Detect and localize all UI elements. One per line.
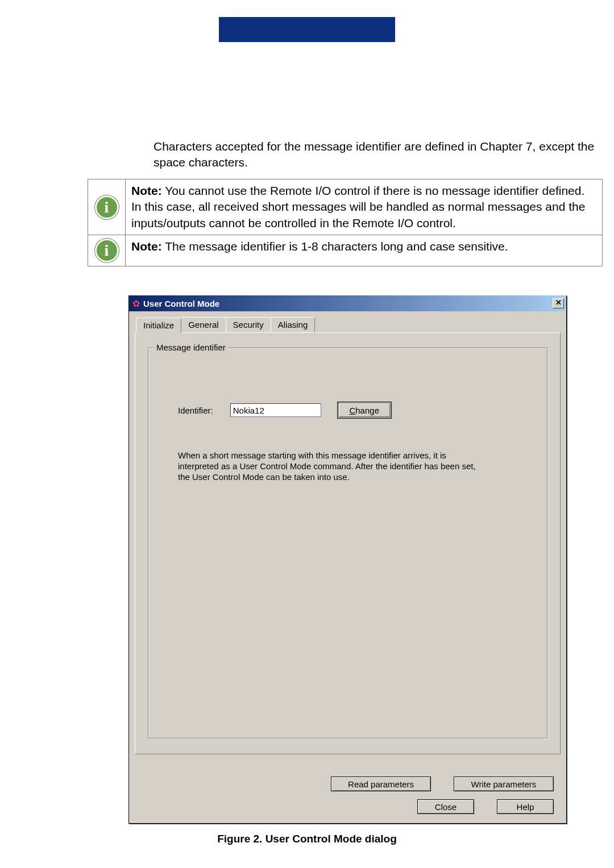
change-button[interactable]: Change (338, 403, 391, 418)
tab-strip: Initialize General Security Aliasing (136, 317, 561, 332)
tab-aliasing[interactable]: Aliasing (271, 317, 316, 332)
close-icon[interactable]: ✕ (553, 298, 564, 308)
groupbox-title: Message identifier (154, 343, 228, 352)
figure-caption: Figure 2. User Control Mode dialog (0, 833, 614, 845)
change-button-ul: C (349, 406, 355, 415)
change-button-rest: hange (355, 406, 379, 415)
identifier-input[interactable] (230, 403, 321, 417)
note-text-cell: Note: The message identifier is 1-8 char… (126, 235, 603, 266)
help-button[interactable]: Help (497, 799, 554, 814)
header-bar (219, 17, 395, 42)
dialog-body: Initialize General Security Aliasing Mes… (129, 311, 566, 823)
titlebar[interactable]: ✿ User Control Mode ✕ (129, 295, 566, 311)
message-identifier-group: Message identifier Identifier: Change Wh… (148, 348, 547, 738)
write-parameters-button[interactable]: Write parameters (454, 777, 554, 791)
notes-table: i Note: You cannot use the Remote I/O co… (88, 179, 603, 266)
note-icon-cell: i (88, 180, 126, 235)
tab-security[interactable]: Security (226, 317, 271, 332)
identifier-row: Identifier: Change (178, 403, 531, 418)
bottom-row-params: Read parameters Write parameters (331, 777, 554, 791)
note-row: i Note: You cannot use the Remote I/O co… (88, 180, 603, 235)
note-label: Note: (131, 184, 162, 197)
tab-initialize[interactable]: Initialize (136, 318, 181, 333)
tab-general[interactable]: General (181, 317, 226, 332)
note-text: The message identifier is 1-8 characters… (165, 240, 508, 253)
bottom-row-close: Close Help (417, 799, 554, 814)
identifier-label: Identifier: (178, 406, 213, 415)
user-control-mode-dialog: ✿ User Control Mode ✕ Initialize General… (128, 295, 567, 824)
note-text-cell: Note: You cannot use the Remote I/O cont… (126, 180, 603, 235)
read-parameters-button[interactable]: Read parameters (331, 777, 431, 791)
identifier-description: When a short message starting with this … (178, 450, 485, 482)
close-button[interactable]: Close (417, 799, 474, 814)
info-icon: i (95, 195, 119, 219)
dialog-title: User Control Mode (143, 299, 219, 308)
intro-paragraph: Characters accepted for the message iden… (154, 139, 603, 171)
tab-panel-initialize: Message identifier Identifier: Change Wh… (135, 332, 561, 754)
note-icon-cell: i (88, 235, 126, 266)
note-text: You cannot use the Remote I/O control if… (131, 184, 585, 229)
note-row: i Note: The message identifier is 1-8 ch… (88, 235, 603, 266)
note-label: Note: (131, 240, 162, 253)
info-icon: i (95, 239, 119, 262)
app-icon: ✿ (132, 298, 140, 309)
